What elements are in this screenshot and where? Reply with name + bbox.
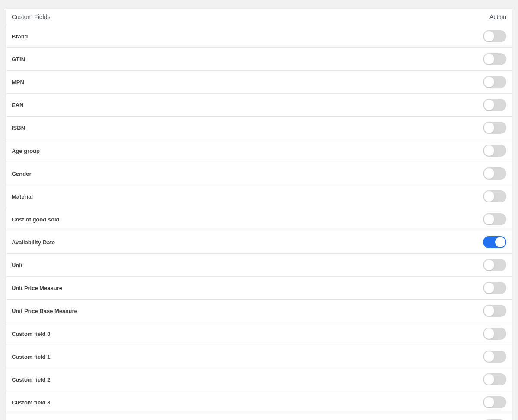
toggle-mpn[interactable] <box>483 76 506 88</box>
rows-container: BrandGTINMPNEANISBNAge groupGenderMateri… <box>6 25 512 420</box>
field-label: Material <box>12 193 33 200</box>
field-row-cost-of-good-sold: Cost of good sold <box>6 208 512 231</box>
toggle-knob <box>484 123 494 133</box>
field-label: Custom field 3 <box>12 399 51 406</box>
header-col-action: Action <box>489 13 506 20</box>
field-label: Unit <box>12 262 22 268</box>
field-row-custom-field-0: Custom field 0 <box>6 322 512 345</box>
field-label: ISBN <box>12 125 25 131</box>
field-label: Age group <box>12 148 40 154</box>
toggle-custom-field-2[interactable] <box>483 373 506 385</box>
field-label: Availability Date <box>12 239 55 246</box>
toggle-isbn[interactable] <box>483 122 506 134</box>
toggle-cost-of-good-sold[interactable] <box>483 213 506 225</box>
field-row-mpn: MPN <box>6 71 512 94</box>
toggle-custom-field-1[interactable] <box>483 351 506 363</box>
field-row-custom-field-2: Custom field 2 <box>6 368 512 391</box>
toggle-gtin[interactable] <box>483 53 506 65</box>
toggle-material[interactable] <box>483 190 506 202</box>
toggle-knob <box>484 283 494 293</box>
toggle-knob <box>495 237 505 247</box>
toggle-age-group[interactable] <box>483 145 506 157</box>
field-label: Custom field 0 <box>12 331 51 337</box>
toggle-knob <box>484 100 494 110</box>
toggle-ean[interactable] <box>483 99 506 111</box>
toggle-knob <box>484 191 494 202</box>
toggle-brand[interactable] <box>483 30 506 42</box>
field-label: Unit Price Measure <box>12 285 62 291</box>
toggle-knob <box>484 54 494 64</box>
toggle-unit-price-measure[interactable] <box>483 282 506 294</box>
field-label: EAN <box>12 102 23 108</box>
field-row-unit: Unit <box>6 254 512 277</box>
field-label: Gender <box>12 171 32 177</box>
field-label: MPN <box>12 79 24 85</box>
field-row-unit-price-base-measure: Unit Price Base Measure <box>6 300 512 322</box>
toggle-knob <box>484 77 494 87</box>
field-label: Custom field 2 <box>12 376 51 383</box>
toggle-custom-field-3[interactable] <box>483 396 506 408</box>
toggle-custom-field-0[interactable] <box>483 328 506 340</box>
toggle-knob <box>484 31 494 41</box>
field-label: Unit Price Base Measure <box>12 308 77 314</box>
toggle-knob <box>484 145 494 156</box>
header-col-fields: Custom Fields <box>12 13 50 20</box>
toggle-knob <box>484 214 494 224</box>
toggle-unit-price-base-measure[interactable] <box>483 305 506 317</box>
field-label: Cost of good sold <box>12 216 59 223</box>
toggle-knob <box>484 351 494 362</box>
field-row-availability-date: Availability Date <box>6 231 512 254</box>
toggle-unit[interactable] <box>483 259 506 271</box>
panel-header: Custom Fields Action <box>6 9 512 25</box>
field-row-ean: EAN <box>6 94 512 117</box>
toggle-knob <box>484 397 494 407</box>
toggle-knob <box>484 374 494 385</box>
field-row-custom-field-4: Custom field 4 <box>6 414 512 420</box>
toggle-knob <box>484 260 494 270</box>
field-row-gender: Gender <box>6 162 512 185</box>
field-row-isbn: ISBN <box>6 117 512 139</box>
toggle-knob <box>484 328 494 339</box>
field-label: GTIN <box>12 56 25 63</box>
toggle-availability-date[interactable] <box>483 236 506 248</box>
field-row-material: Material <box>6 185 512 208</box>
field-row-custom-field-1: Custom field 1 <box>6 345 512 368</box>
field-label: Custom field 1 <box>12 354 51 360</box>
field-row-age-group: Age group <box>6 139 512 162</box>
toggle-knob <box>484 168 494 179</box>
field-label: Brand <box>12 33 28 40</box>
toggle-knob <box>484 306 494 316</box>
field-row-custom-field-3: Custom field 3 <box>6 391 512 414</box>
custom-fields-panel: Custom Fields Action BrandGTINMPNEANISBN… <box>6 9 512 420</box>
field-row-unit-price-measure: Unit Price Measure <box>6 277 512 300</box>
field-row-brand: Brand <box>6 25 512 48</box>
field-row-gtin: GTIN <box>6 48 512 71</box>
toggle-gender[interactable] <box>483 167 506 180</box>
